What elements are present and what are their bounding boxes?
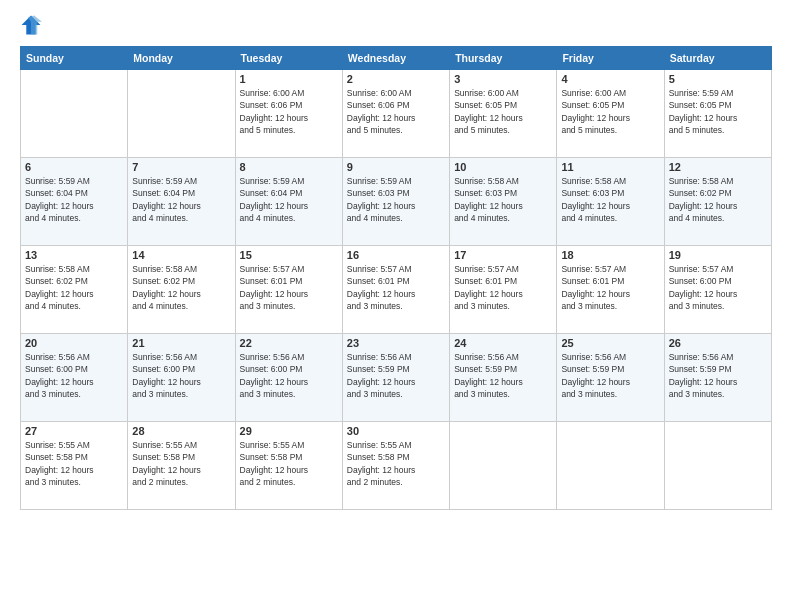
day-number: 21 <box>132 337 230 349</box>
day-info: Sunrise: 6:00 AM Sunset: 6:06 PM Dayligh… <box>347 87 445 136</box>
week-row-4: 20Sunrise: 5:56 AM Sunset: 6:00 PM Dayli… <box>21 334 772 422</box>
day-info: Sunrise: 5:58 AM Sunset: 6:02 PM Dayligh… <box>669 175 767 224</box>
day-number: 28 <box>132 425 230 437</box>
week-row-2: 6Sunrise: 5:59 AM Sunset: 6:04 PM Daylig… <box>21 158 772 246</box>
day-info: Sunrise: 5:56 AM Sunset: 6:00 PM Dayligh… <box>240 351 338 400</box>
day-number: 30 <box>347 425 445 437</box>
header-cell-thursday: Thursday <box>450 47 557 70</box>
day-number: 11 <box>561 161 659 173</box>
day-cell: 23Sunrise: 5:56 AM Sunset: 5:59 PM Dayli… <box>342 334 449 422</box>
day-cell <box>21 70 128 158</box>
day-info: Sunrise: 5:58 AM Sunset: 6:02 PM Dayligh… <box>25 263 123 312</box>
day-cell: 4Sunrise: 6:00 AM Sunset: 6:05 PM Daylig… <box>557 70 664 158</box>
day-cell <box>450 422 557 510</box>
day-cell: 3Sunrise: 6:00 AM Sunset: 6:05 PM Daylig… <box>450 70 557 158</box>
day-cell: 7Sunrise: 5:59 AM Sunset: 6:04 PM Daylig… <box>128 158 235 246</box>
day-info: Sunrise: 5:56 AM Sunset: 5:59 PM Dayligh… <box>561 351 659 400</box>
day-number: 20 <box>25 337 123 349</box>
day-cell: 20Sunrise: 5:56 AM Sunset: 6:00 PM Dayli… <box>21 334 128 422</box>
day-cell: 5Sunrise: 5:59 AM Sunset: 6:05 PM Daylig… <box>664 70 771 158</box>
day-cell: 30Sunrise: 5:55 AM Sunset: 5:58 PM Dayli… <box>342 422 449 510</box>
day-number: 4 <box>561 73 659 85</box>
header-cell-friday: Friday <box>557 47 664 70</box>
header-cell-tuesday: Tuesday <box>235 47 342 70</box>
day-number: 13 <box>25 249 123 261</box>
day-cell <box>128 70 235 158</box>
day-number: 1 <box>240 73 338 85</box>
header <box>20 18 772 36</box>
header-row: SundayMondayTuesdayWednesdayThursdayFrid… <box>21 47 772 70</box>
day-number: 19 <box>669 249 767 261</box>
day-info: Sunrise: 5:55 AM Sunset: 5:58 PM Dayligh… <box>132 439 230 488</box>
day-number: 5 <box>669 73 767 85</box>
header-cell-saturday: Saturday <box>664 47 771 70</box>
day-cell: 17Sunrise: 5:57 AM Sunset: 6:01 PM Dayli… <box>450 246 557 334</box>
day-number: 3 <box>454 73 552 85</box>
day-cell: 13Sunrise: 5:58 AM Sunset: 6:02 PM Dayli… <box>21 246 128 334</box>
week-row-5: 27Sunrise: 5:55 AM Sunset: 5:58 PM Dayli… <box>21 422 772 510</box>
day-info: Sunrise: 5:55 AM Sunset: 5:58 PM Dayligh… <box>240 439 338 488</box>
day-number: 2 <box>347 73 445 85</box>
day-cell: 24Sunrise: 5:56 AM Sunset: 5:59 PM Dayli… <box>450 334 557 422</box>
day-info: Sunrise: 5:58 AM Sunset: 6:03 PM Dayligh… <box>561 175 659 224</box>
calendar-header: SundayMondayTuesdayWednesdayThursdayFrid… <box>21 47 772 70</box>
day-info: Sunrise: 5:56 AM Sunset: 5:59 PM Dayligh… <box>669 351 767 400</box>
day-info: Sunrise: 5:56 AM Sunset: 6:00 PM Dayligh… <box>132 351 230 400</box>
week-row-3: 13Sunrise: 5:58 AM Sunset: 6:02 PM Dayli… <box>21 246 772 334</box>
day-info: Sunrise: 5:59 AM Sunset: 6:04 PM Dayligh… <box>240 175 338 224</box>
day-info: Sunrise: 5:56 AM Sunset: 5:59 PM Dayligh… <box>454 351 552 400</box>
calendar-body: 1Sunrise: 6:00 AM Sunset: 6:06 PM Daylig… <box>21 70 772 510</box>
logo-icon <box>20 14 42 36</box>
week-row-1: 1Sunrise: 6:00 AM Sunset: 6:06 PM Daylig… <box>21 70 772 158</box>
day-cell: 11Sunrise: 5:58 AM Sunset: 6:03 PM Dayli… <box>557 158 664 246</box>
day-number: 12 <box>669 161 767 173</box>
day-info: Sunrise: 5:57 AM Sunset: 6:01 PM Dayligh… <box>561 263 659 312</box>
day-cell: 12Sunrise: 5:58 AM Sunset: 6:02 PM Dayli… <box>664 158 771 246</box>
day-cell: 6Sunrise: 5:59 AM Sunset: 6:04 PM Daylig… <box>21 158 128 246</box>
day-info: Sunrise: 5:57 AM Sunset: 6:01 PM Dayligh… <box>347 263 445 312</box>
day-number: 27 <box>25 425 123 437</box>
day-number: 16 <box>347 249 445 261</box>
day-info: Sunrise: 5:55 AM Sunset: 5:58 PM Dayligh… <box>347 439 445 488</box>
page: SundayMondayTuesdayWednesdayThursdayFrid… <box>0 0 792 612</box>
day-cell <box>664 422 771 510</box>
day-number: 17 <box>454 249 552 261</box>
header-cell-sunday: Sunday <box>21 47 128 70</box>
day-cell: 28Sunrise: 5:55 AM Sunset: 5:58 PM Dayli… <box>128 422 235 510</box>
day-info: Sunrise: 5:57 AM Sunset: 6:00 PM Dayligh… <box>669 263 767 312</box>
calendar-table: SundayMondayTuesdayWednesdayThursdayFrid… <box>20 46 772 510</box>
day-cell: 16Sunrise: 5:57 AM Sunset: 6:01 PM Dayli… <box>342 246 449 334</box>
day-info: Sunrise: 5:59 AM Sunset: 6:05 PM Dayligh… <box>669 87 767 136</box>
day-cell: 25Sunrise: 5:56 AM Sunset: 5:59 PM Dayli… <box>557 334 664 422</box>
day-info: Sunrise: 5:55 AM Sunset: 5:58 PM Dayligh… <box>25 439 123 488</box>
day-number: 10 <box>454 161 552 173</box>
day-cell: 27Sunrise: 5:55 AM Sunset: 5:58 PM Dayli… <box>21 422 128 510</box>
day-cell: 14Sunrise: 5:58 AM Sunset: 6:02 PM Dayli… <box>128 246 235 334</box>
day-cell: 8Sunrise: 5:59 AM Sunset: 6:04 PM Daylig… <box>235 158 342 246</box>
header-cell-monday: Monday <box>128 47 235 70</box>
day-number: 8 <box>240 161 338 173</box>
day-cell: 1Sunrise: 6:00 AM Sunset: 6:06 PM Daylig… <box>235 70 342 158</box>
day-number: 25 <box>561 337 659 349</box>
day-number: 18 <box>561 249 659 261</box>
day-cell: 18Sunrise: 5:57 AM Sunset: 6:01 PM Dayli… <box>557 246 664 334</box>
day-info: Sunrise: 5:58 AM Sunset: 6:03 PM Dayligh… <box>454 175 552 224</box>
day-info: Sunrise: 6:00 AM Sunset: 6:05 PM Dayligh… <box>561 87 659 136</box>
day-info: Sunrise: 5:57 AM Sunset: 6:01 PM Dayligh… <box>454 263 552 312</box>
day-number: 24 <box>454 337 552 349</box>
day-number: 29 <box>240 425 338 437</box>
day-cell: 2Sunrise: 6:00 AM Sunset: 6:06 PM Daylig… <box>342 70 449 158</box>
day-cell: 26Sunrise: 5:56 AM Sunset: 5:59 PM Dayli… <box>664 334 771 422</box>
day-number: 22 <box>240 337 338 349</box>
day-info: Sunrise: 5:59 AM Sunset: 6:03 PM Dayligh… <box>347 175 445 224</box>
day-cell: 9Sunrise: 5:59 AM Sunset: 6:03 PM Daylig… <box>342 158 449 246</box>
logo <box>20 18 46 36</box>
day-number: 14 <box>132 249 230 261</box>
day-info: Sunrise: 5:58 AM Sunset: 6:02 PM Dayligh… <box>132 263 230 312</box>
day-cell: 15Sunrise: 5:57 AM Sunset: 6:01 PM Dayli… <box>235 246 342 334</box>
day-number: 7 <box>132 161 230 173</box>
day-info: Sunrise: 5:56 AM Sunset: 5:59 PM Dayligh… <box>347 351 445 400</box>
day-number: 9 <box>347 161 445 173</box>
day-info: Sunrise: 6:00 AM Sunset: 6:05 PM Dayligh… <box>454 87 552 136</box>
day-cell <box>557 422 664 510</box>
